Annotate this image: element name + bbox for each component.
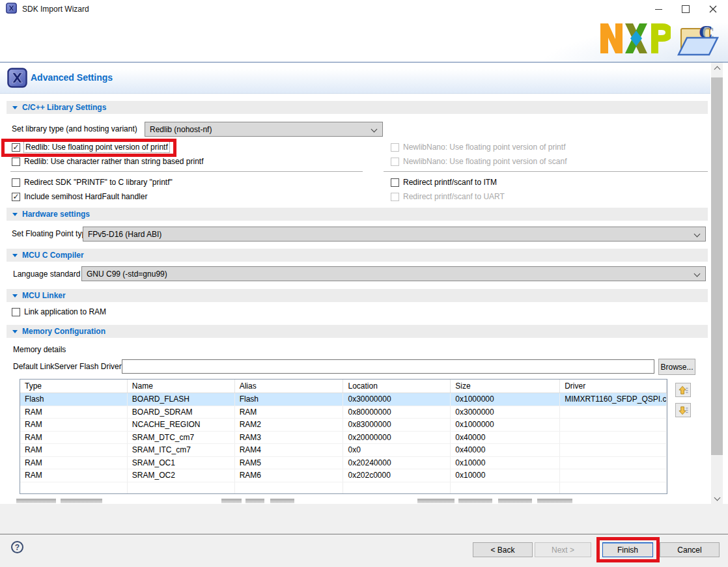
cell: Flash [20,393,128,406]
maximize-button[interactable] [672,0,699,18]
section-mcu-linker[interactable]: MCU Linker [7,289,708,302]
memory-row-sram_oc2[interactable]: RAMSRAM_OC2RAM60x202c00000x10000 [20,469,667,482]
back-button[interactable]: < Back [473,542,533,557]
close-icon [709,5,717,13]
library-type-combo[interactable]: Redlib (nohost-nf) [145,122,383,137]
checkbox-redirect-uart: Redirect printf/scanf to UART [391,189,567,204]
memory-row-empty[interactable] [20,482,667,495]
minimize-icon [655,9,662,10]
checkbox-label: Redirect printf/scanf to UART [403,192,505,201]
column-header-driver: Driver [560,380,667,393]
chevron-down-icon [694,231,701,238]
cell [560,406,667,419]
truncated-button [270,499,294,503]
cell: Flash [235,393,344,406]
next-button: Next > [535,542,591,557]
scroll-down-button[interactable] [711,493,723,504]
checkbox-box[interactable] [12,308,20,316]
flash-driver-input[interactable] [122,359,654,374]
cell: SRAM_OC1 [128,457,235,469]
checkbox-box [391,193,399,201]
cell: RAM [235,406,344,419]
cell [128,482,235,495]
vertical-scrollbar[interactable] [711,62,723,504]
move-up-button[interactable] [675,383,691,397]
chevron-down-icon [714,494,720,501]
section-memory-configuration[interactable]: Memory Configuration [7,325,708,338]
truncated-button [16,499,56,503]
titlebar: SDK Import Wizard [0,0,728,18]
section-library-settings[interactable]: C/C++ Library Settings [7,101,708,114]
combo-value: GNU C99 (-std=gnu99) [87,270,167,279]
cell [20,482,128,495]
library-checkboxes-left: ✓Redlib: Use floating point version of p… [12,140,203,204]
memory-table: TypeNameAliasLocationSizeDriver FlashBOA… [20,379,667,494]
checkbox-redlib-float-printf[interactable]: ✓Redlib: Use floating point version of p… [12,140,203,154]
cell: RAM5 [235,457,344,469]
checkbox-redirect-itm[interactable]: Redirect printf/scanf to ITM [391,175,567,189]
checkbox-label: Redlib: Use floating point version of pr… [24,142,169,152]
checkbox-box[interactable]: ✓ [12,193,20,201]
cell: 0x10000 [451,469,560,482]
help-icon: ? [15,543,20,552]
cell [560,444,667,456]
fp-type-combo[interactable]: FPv5-D16 (Hard ABI) [83,227,706,242]
cell: 0x202c0000 [343,469,451,482]
cell: 0x10000 [451,457,560,469]
memory-row-sram_dtc_cm7[interactable]: RAMSRAM_DTC_cm7RAM30x200000000x40000 [20,432,667,445]
collapse-triangle-icon [12,330,18,333]
scrollbar-thumb[interactable] [711,77,723,455]
cell: BOARD_FLASH [128,393,235,406]
separator [10,171,363,172]
memory-row-board_sdram[interactable]: RAMBOARD_SDRAMRAM0x800000000x3000000 [20,406,667,419]
checkbox-redirect-sdk-printf[interactable]: Redirect SDK "PRINTF" to C library "prin… [12,175,203,189]
cell [343,482,451,495]
collapse-triangle-icon [12,106,18,109]
cell: 0x1000000 [451,419,560,431]
checkbox-box[interactable] [12,178,20,187]
cell: 0x0 [343,444,451,456]
section-mcu-c-compiler[interactable]: MCU C Compiler [7,249,708,262]
section-title: C/C++ Library Settings [22,103,106,112]
page-title: Advanced Settings [31,72,113,83]
browse-button[interactable]: Browse... [658,359,695,375]
checkbox-box[interactable] [391,178,399,187]
cell: 0x20240000 [343,457,451,469]
checkbox-link-application-to-ram[interactable]: Link application to RAM [12,305,106,319]
move-down-button[interactable] [675,403,691,417]
section-hardware-settings[interactable]: Hardware settings [7,208,708,221]
cancel-button[interactable]: Cancel [660,542,720,557]
memory-row-board_flash[interactable]: FlashBOARD_FLASHFlash0x300000000x1000000… [20,393,667,406]
checkbox-semihost-hardfault[interactable]: ✓Include semihost HardFault handler [12,189,203,204]
memory-row-sram_itc_cm7[interactable]: RAMSRAM_ITC_cm7RAM40x00x40000 [20,444,667,457]
checkbox-label: NewlibNano: Use floating point version o… [403,143,565,152]
cell: SRAM_ITC_cm7 [128,444,235,456]
chevron-up-icon [714,66,720,72]
cell: 0x40000 [451,432,560,444]
column-header-alias: Alias [235,380,344,393]
memory-table-body: FlashBOARD_FLASHFlash0x300000000x1000000… [20,393,667,494]
app-icon [6,3,17,16]
checkbox-box[interactable]: ✓ [12,143,20,152]
memory-row-ncache_region[interactable]: RAMNCACHE_REGIONRAM20x830000000x1000000 [20,419,667,432]
scroll-up-button[interactable] [711,62,723,74]
checkbox-box[interactable] [12,158,20,166]
help-button[interactable]: ? [11,541,23,553]
close-button[interactable] [699,0,727,18]
minimize-button[interactable] [645,0,672,18]
checkbox-newlibnano-float-printf: NewlibNano: Use floating point version o… [391,140,567,154]
cell: RAM [20,444,128,456]
checkbox-redlib-char-printf[interactable]: Redlib: Use character rather than string… [12,154,203,169]
cell: RAM2 [235,419,344,431]
truncated-button [417,499,455,503]
library-checkboxes-right: NewlibNano: Use floating point version o… [391,140,567,204]
language-standard-combo[interactable]: GNU C99 (-std=gnu99) [81,266,706,281]
fp-type-label: Set Floating Point type [12,228,91,239]
chevron-down-icon [371,126,378,133]
checkbox-label: Link application to RAM [24,307,106,316]
window-title: SDK Import Wizard [22,5,89,14]
finish-button[interactable]: Finish [602,542,653,557]
cell: SRAM_DTC_cm7 [128,432,235,444]
cell [560,419,667,431]
memory-row-sram_oc1[interactable]: RAMSRAM_OC1RAM50x202400000x10000 [20,457,667,470]
